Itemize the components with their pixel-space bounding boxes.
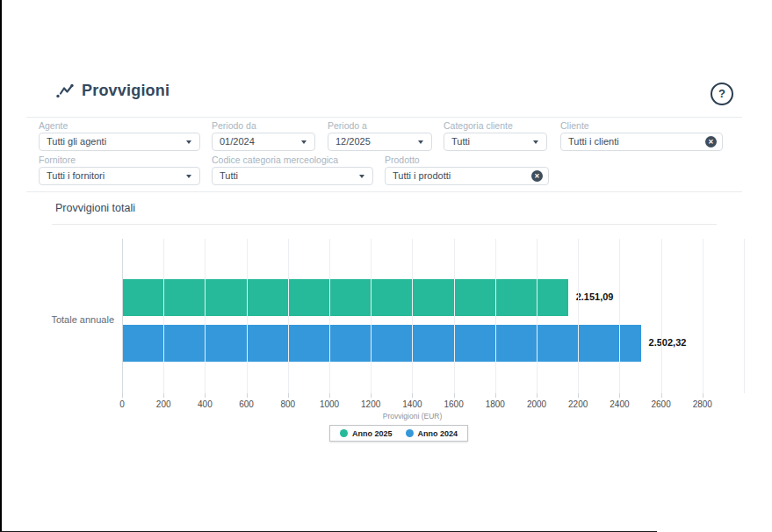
categoria-cliente-dropdown[interactable]: Tutti [444,133,547,151]
clear-icon[interactable]: ✕ [531,170,543,182]
prodotto-value: Tutti i prodotti [393,170,451,181]
page-header: Provvigioni [55,82,170,100]
agente-label: Agente [39,120,68,131]
legend-dot-anno-2025 [340,429,348,437]
gridline [205,239,206,393]
legend-item-anno-2024[interactable]: Anno 2024 [406,429,458,438]
bar-anno-2025[interactable] [122,279,568,316]
gridline [412,239,413,393]
legend-dot-anno-2024 [406,429,414,437]
periodo-a-dropdown[interactable]: 12/2025 [328,133,432,151]
legend-item-anno-2025[interactable]: Anno 2025 [340,429,393,438]
gridline [661,239,662,393]
x-axis-tick [371,393,372,398]
x-axis-tick [619,393,620,398]
fornitore-value: Tutti i fornitori [47,170,105,181]
legend-label-anno-2024: Anno 2024 [418,429,458,438]
chart-title-divider [52,224,717,225]
periodo-a-label: Periodo a [328,120,367,131]
periodo-a-value: 12/2025 [335,136,371,147]
gridline [163,239,164,393]
question-mark-icon: ? [718,87,725,100]
x-axis-tick [329,393,330,398]
prodotto-label: Prodotto [385,155,420,165]
fornitore-label: Fornitore [39,155,76,165]
x-axis-tick [247,393,248,398]
x-axis-tick [454,393,455,398]
gridline [454,239,455,393]
bar-anno-2024[interactable] [122,325,641,362]
chevron-down-icon [359,175,364,178]
line-chart-icon [55,83,75,100]
chevron-down-icon [301,140,307,144]
x-axis-tick [288,393,289,398]
x-axis-tick [703,393,703,398]
x-axis-title: Provvigioni (EUR) [122,412,703,421]
periodo-da-dropdown[interactable]: 01/2024 [212,133,315,151]
agente-dropdown[interactable]: Tutti gli agenti [39,133,200,151]
category-label: Totale annuale [17,314,114,325]
chevron-down-icon [186,175,191,178]
x-axis-tick [537,393,538,398]
gridline [537,239,538,393]
fornitore-dropdown[interactable]: Tutti i fornitori [39,167,200,185]
cliente-value: Tutti i clienti [568,136,619,147]
codice-categoria-dropdown[interactable]: Tutti [212,167,373,185]
categoria-cliente-value: Tutti [451,136,470,147]
gridline [329,239,330,393]
agente-value: Tutti gli agenti [47,136,106,147]
window-left-edge [0,0,2,532]
gridline [371,239,372,393]
chevron-down-icon [186,140,191,144]
chevron-down-icon [418,140,423,144]
gridline [495,239,496,393]
gridline [247,239,248,393]
x-axis-tick [163,393,164,398]
chart-title: Provvigioni totali [55,202,135,214]
x-axis-tick [122,393,123,398]
cliente-input[interactable]: Tutti i clienti ✕ [560,133,723,151]
bar-value-anno-2024: 2.502,32 [649,337,687,348]
periodo-da-value: 01/2024 [220,136,255,147]
x-axis-tick [578,393,579,398]
periodo-da-label: Periodo da [212,120,256,131]
y-axis-line [122,239,123,393]
chevron-down-icon [533,140,538,144]
page-title: Provvigioni [82,82,170,100]
x-axis-tick [661,393,662,398]
help-button[interactable]: ? [711,83,733,105]
bar-value-anno-2025: 2.151,09 [576,291,614,302]
x-axis-tick-label: 2800 [676,399,729,409]
provvigioni-page: Provvigioni ? Agente Tutti gli agenti Pe… [0,0,772,532]
legend: Anno 2025 Anno 2024 [329,425,468,442]
gridline [744,239,745,393]
codice-categoria-label: Codice categoria merceologica [212,155,338,165]
cliente-label: Cliente [560,120,589,131]
categoria-cliente-label: Categoria cliente [444,120,513,131]
prodotto-input[interactable]: Tutti i prodotti ✕ [385,167,549,185]
x-axis-tick [412,393,413,398]
x-axis-tick [495,393,496,398]
x-axis-tick [205,393,206,398]
legend-label-anno-2025: Anno 2025 [352,429,393,438]
plot-area: 2.151,09 2.502,32 Totale annuale Provvig… [122,237,744,393]
codice-categoria-value: Tutti [220,170,238,181]
gridline [703,239,703,393]
gridline [288,239,289,393]
clear-icon[interactable]: ✕ [705,136,717,147]
gridline [619,239,620,393]
gridline [578,239,579,393]
